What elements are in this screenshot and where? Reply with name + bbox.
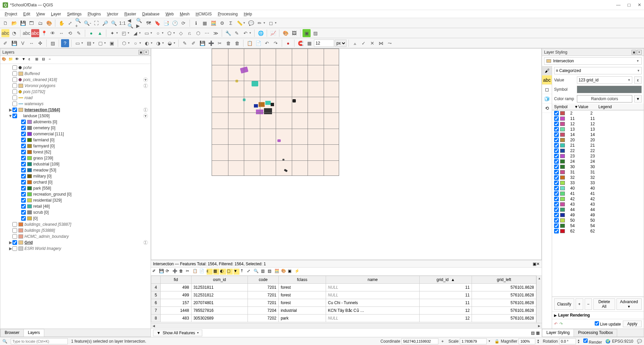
category-row[interactable]: 3232 (552, 175, 644, 180)
layer-visibility-checkbox[interactable] (12, 108, 17, 112)
apply-button[interactable]: Apply (623, 321, 642, 327)
toolbox-icon[interactable]: ⚙ (218, 19, 226, 27)
layer-visibility-checkbox[interactable] (12, 77, 17, 82)
category-row[interactable]: 22 (552, 111, 644, 116)
expand-all-icon[interactable]: ⊞ (35, 57, 41, 63)
delete-all-button[interactable]: Delete All (593, 298, 615, 310)
save-edit-icon[interactable]: 💾 (198, 39, 206, 47)
remove-layer-icon[interactable]: − (49, 57, 55, 63)
magnifier-input[interactable] (519, 338, 535, 344)
edit-pen-icon[interactable]: ✐ (190, 39, 198, 47)
dd3-icon[interactable]: ◐ (143, 39, 151, 47)
category-checkbox[interactable] (554, 132, 559, 137)
layer-item[interactable]: retail [48] (1, 203, 150, 209)
show-all-features-button[interactable]: ▼ Show All Features ▾ (153, 330, 202, 336)
category-swatch[interactable] (560, 213, 565, 217)
category-checkbox[interactable] (554, 143, 559, 148)
category-swatch[interactable] (560, 170, 565, 174)
advanced-button[interactable]: Advanced ▾ (616, 298, 642, 310)
layers-close-icon[interactable]: ✕ (144, 50, 149, 55)
tool-k-icon[interactable]: ≫ (212, 29, 220, 37)
layer-item[interactable]: cemetery [0] (1, 125, 150, 131)
open-project-icon[interactable]: 📂 (10, 19, 18, 27)
styling-close-icon[interactable]: ✕ (637, 50, 642, 55)
layer-visibility-checkbox[interactable] (12, 65, 17, 70)
layer-visibility-checkbox[interactable] (21, 180, 26, 185)
column-header[interactable]: fid (161, 276, 192, 284)
menu-settings[interactable]: Settings (64, 11, 84, 17)
category-swatch[interactable] (560, 154, 565, 158)
add-feature-icon[interactable]: V (19, 39, 27, 47)
column-header[interactable]: code (248, 276, 279, 284)
zoom-full-icon[interactable]: ⛶ (92, 19, 100, 27)
menu-layer[interactable]: Layer (48, 11, 64, 17)
layout-manager-icon[interactable]: 🗂 (36, 19, 44, 27)
layer-visibility-checkbox[interactable] (12, 246, 17, 251)
menu-raster[interactable]: Raster (122, 11, 139, 17)
category-swatch[interactable] (560, 127, 565, 131)
category-list[interactable]: 2211111212131314142020212122222323242430… (552, 110, 644, 297)
table-row[interactable]: 44983125318117201forestNULL11576101.8628 (151, 284, 536, 291)
trash-icon[interactable]: 🗑 (233, 39, 241, 47)
trace-icon[interactable]: ⤳ (386, 39, 394, 47)
layer-item[interactable]: industrial [109] (1, 161, 150, 167)
layer-visibility-checkbox[interactable] (21, 186, 26, 191)
category-checkbox[interactable] (554, 116, 559, 121)
help-icon[interactable]: ? (61, 39, 69, 47)
style-redo-icon[interactable]: ↷ (559, 322, 563, 326)
topo-error-icon[interactable]: ● (284, 39, 292, 47)
attr-delete-icon[interactable]: 🗑 (179, 269, 185, 275)
measure-icon[interactable]: 📏 (235, 19, 244, 27)
layer-item[interactable]: ▼landuse [1509]▼ (1, 113, 150, 119)
category-swatch[interactable] (560, 133, 565, 137)
dd2-icon[interactable]: ○ (131, 39, 140, 47)
category-swatch[interactable] (560, 122, 565, 126)
manage-themes-icon[interactable]: 👁 (15, 57, 21, 63)
column-header[interactable]: name (326, 276, 420, 284)
topo-check-icon[interactable]: ✓ (360, 39, 368, 47)
styling-layer-select[interactable]: Intersection ▼ (544, 57, 642, 65)
menu-database[interactable]: Database (140, 11, 162, 17)
tool-f-icon[interactable]: ⬠ (165, 29, 173, 37)
layer-visibility-checkbox[interactable] (21, 168, 26, 172)
tool-b-icon[interactable]: ◰ (120, 29, 128, 37)
attr-add-icon[interactable]: ➕ (172, 269, 178, 275)
symbology-tab-icon[interactable]: 🖌 (542, 66, 552, 75)
layer-item[interactable]: allotments [0] (1, 119, 150, 125)
category-row[interactable]: 4242 (552, 196, 644, 202)
layer-visibility-checkbox[interactable] (21, 144, 26, 148)
plugin-b-icon[interactable]: ▨ (311, 29, 319, 37)
layer-visibility-checkbox[interactable] (21, 138, 26, 142)
layer-visibility-checkbox[interactable] (21, 132, 26, 136)
tool-m-icon[interactable]: ✎ (233, 29, 241, 37)
attribute-table-icon[interactable]: ▦ (201, 19, 209, 27)
column-header[interactable]: fclass (278, 276, 326, 284)
tool-j-icon[interactable]: ⋯ (203, 29, 211, 37)
category-checkbox[interactable] (554, 122, 559, 126)
rotation-input[interactable] (559, 338, 576, 344)
category-checkbox[interactable] (554, 111, 559, 116)
menu-processing[interactable]: Processing (215, 11, 240, 17)
category-checkbox[interactable] (554, 181, 559, 185)
rotate-label-icon[interactable]: ⟲ (66, 29, 74, 37)
dd4-icon[interactable]: ◑ (154, 39, 162, 47)
show-bookmarks-icon[interactable]: 📑 (162, 19, 170, 27)
category-swatch[interactable] (560, 117, 565, 121)
category-checkbox[interactable] (554, 229, 559, 233)
new-bookmark-icon[interactable]: 🔖 (153, 19, 161, 27)
category-checkbox[interactable] (554, 207, 559, 212)
attr-save-icon[interactable]: 💾 (159, 269, 165, 275)
paste-icon[interactable]: 📄 (254, 39, 262, 47)
snap-opts-icon[interactable]: ▦ (305, 39, 313, 47)
table-row[interactable]: 714487855278167204industrialKCN Tây Bắc … (151, 307, 536, 315)
crs-icon[interactable]: 🌍 (605, 339, 611, 344)
layer-item[interactable]: [0] (1, 215, 150, 221)
category-row[interactable]: 5454 (552, 223, 644, 228)
category-checkbox[interactable] (554, 197, 559, 201)
category-row[interactable]: 4040 (552, 186, 644, 191)
category-checkbox[interactable] (554, 159, 559, 164)
deselect-icon[interactable]: ▢ (96, 39, 104, 47)
select-value-icon[interactable]: ▤ (85, 39, 93, 47)
attr-dock-icon[interactable]: ▣ (288, 269, 294, 275)
layer-visibility-checkbox[interactable] (12, 101, 17, 106)
